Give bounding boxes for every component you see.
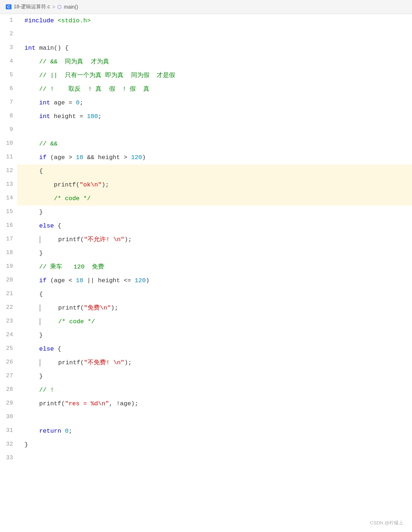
- line-content-4[interactable]: // && 同为真 才为真: [17, 55, 412, 69]
- line-num-28: 28: [0, 383, 17, 397]
- code-line-8: 8 int height = 180;: [0, 110, 412, 123]
- code-editor: 1 #include <stdio.h> 2 3 int main() { 4 …: [0, 14, 412, 465]
- code-line-4: 4 // && 同为真 才为真: [0, 55, 412, 69]
- line-content-9[interactable]: [17, 123, 412, 137]
- code-line-1: 1 #include <stdio.h>: [0, 14, 412, 28]
- line-num-32: 32: [0, 438, 17, 452]
- code-line-12: 12 {: [0, 164, 412, 178]
- watermark: CSDN @柠檬上: [370, 520, 403, 526]
- line-num-13: 13: [0, 178, 17, 192]
- code-line-22: 22 printf("免费\n");: [0, 301, 412, 315]
- line-num-31: 31: [0, 424, 17, 438]
- code-line-29: 29 printf("res = %d\n", !age);: [0, 397, 412, 411]
- line-content-12[interactable]: {: [17, 164, 412, 178]
- line-num-11: 11: [0, 151, 17, 164]
- line-num-6: 6: [0, 82, 17, 96]
- line-num-25: 25: [0, 342, 17, 356]
- line-content-20[interactable]: if (age < 18 || height <= 120): [17, 274, 412, 288]
- line-num-33: 33: [0, 452, 17, 465]
- line-content-2[interactable]: [17, 28, 412, 41]
- line-content-22[interactable]: printf("免费\n");: [17, 301, 412, 315]
- code-line-25: 25 else {: [0, 342, 412, 356]
- code-line-32: 32 }: [0, 438, 412, 452]
- line-content-14[interactable]: /* code */: [17, 192, 412, 206]
- line-num-14: 14: [0, 192, 17, 206]
- line-num-27: 27: [0, 370, 17, 383]
- code-line-31: 31 return 0;: [0, 424, 412, 438]
- code-line-7: 7 int age = 0;: [0, 96, 412, 110]
- line-content-27[interactable]: }: [17, 370, 412, 383]
- line-num-5: 5: [0, 69, 17, 82]
- line-content-31[interactable]: return 0;: [17, 424, 412, 438]
- breadcrumb-sep1: >: [52, 4, 55, 10]
- code-line-18: 18 }: [0, 247, 412, 260]
- code-line-19: 19 // 乘车 120 免费: [0, 260, 412, 274]
- line-num-1: 1: [0, 14, 17, 28]
- line-num-15: 15: [0, 206, 17, 219]
- code-line-11: 11 if (age > 18 && height > 120): [0, 151, 412, 164]
- line-num-3: 3: [0, 41, 17, 55]
- line-content-5[interactable]: // || 只有一个为真 即为真 同为假 才是假: [17, 69, 412, 82]
- line-num-19: 19: [0, 260, 17, 274]
- code-line-10: 10 // &&: [0, 137, 412, 151]
- line-num-17: 17: [0, 233, 17, 247]
- line-content-15[interactable]: }: [17, 206, 412, 219]
- line-content-18[interactable]: }: [17, 247, 412, 260]
- line-content-19[interactable]: // 乘车 120 免费: [17, 260, 412, 274]
- line-content-29[interactable]: printf("res = %d\n", !age);: [17, 397, 412, 411]
- line-content-23[interactable]: /* code */: [17, 315, 412, 329]
- line-content-33[interactable]: [17, 452, 412, 465]
- language-badge: C: [6, 4, 12, 9]
- line-content-30[interactable]: [17, 411, 412, 424]
- breadcrumb-func[interactable]: main(): [64, 4, 78, 10]
- line-content-32[interactable]: }: [17, 438, 412, 452]
- code-line-5: 5 // || 只有一个为真 即为真 同为假 才是假: [0, 69, 412, 82]
- line-content-25[interactable]: else {: [17, 342, 412, 356]
- line-content-17[interactable]: printf("不允许! \n");: [17, 233, 412, 247]
- breadcrumb: C 18-逻辑运算符.c > ⬡ main(): [0, 0, 412, 14]
- line-num-22: 22: [0, 301, 17, 315]
- line-content-16[interactable]: else {: [17, 219, 412, 233]
- line-num-23: 23: [0, 315, 17, 329]
- line-content-26[interactable]: printf("不免费! \n");: [17, 356, 412, 370]
- line-num-9: 9: [0, 123, 17, 137]
- code-line-14: 14 /* code */: [0, 192, 412, 206]
- breadcrumb-func-icon: ⬡: [57, 4, 62, 10]
- code-line-20: 20 if (age < 18 || height <= 120): [0, 274, 412, 288]
- line-content-21[interactable]: {: [17, 288, 412, 301]
- code-line-6: 6 // ! 取反 ! 真 假 ! 假 真: [0, 82, 412, 96]
- code-line-26: 26 printf("不免费! \n");: [0, 356, 412, 370]
- line-num-30: 30: [0, 411, 17, 424]
- line-num-12: 12: [0, 164, 17, 178]
- code-line-2: 2: [0, 28, 412, 41]
- code-line-27: 27 }: [0, 370, 412, 383]
- line-content-13[interactable]: printf("ok\n");: [17, 178, 412, 192]
- line-num-4: 4: [0, 55, 17, 69]
- line-content-3[interactable]: int main() {: [17, 41, 412, 55]
- line-content-24[interactable]: }: [17, 329, 412, 342]
- code-line-24: 24 }: [0, 329, 412, 342]
- breadcrumb-filename[interactable]: 18-逻辑运算符.c: [14, 4, 50, 10]
- line-num-21: 21: [0, 288, 17, 301]
- line-num-26: 26: [0, 356, 17, 370]
- line-num-20: 20: [0, 274, 17, 288]
- code-line-23: 23 /* code */: [0, 315, 412, 329]
- line-num-29: 29: [0, 397, 17, 411]
- line-num-10: 10: [0, 137, 17, 151]
- line-num-18: 18: [0, 247, 17, 260]
- code-line-21: 21 {: [0, 288, 412, 301]
- code-line-33: 33: [0, 452, 412, 465]
- code-line-9: 9: [0, 123, 412, 137]
- line-content-28[interactable]: // !: [17, 383, 412, 397]
- line-content-1[interactable]: #include <stdio.h>: [17, 14, 412, 28]
- code-line-16: 16 else {: [0, 219, 412, 233]
- line-content-11[interactable]: if (age > 18 && height > 120): [17, 151, 412, 164]
- line-content-8[interactable]: int height = 180;: [17, 110, 412, 123]
- line-content-7[interactable]: int age = 0;: [17, 96, 412, 110]
- code-line-28: 28 // !: [0, 383, 412, 397]
- line-content-10[interactable]: // &&: [17, 137, 412, 151]
- line-num-2: 2: [0, 28, 17, 41]
- code-line-15: 15 }: [0, 206, 412, 219]
- line-content-6[interactable]: // ! 取反 ! 真 假 ! 假 真: [17, 82, 412, 96]
- line-num-7: 7: [0, 96, 17, 110]
